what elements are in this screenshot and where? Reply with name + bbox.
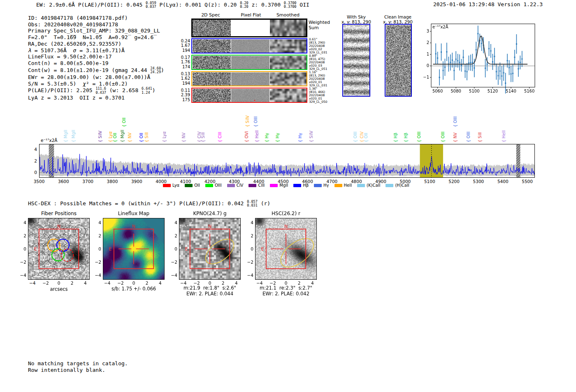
full-spectrum-plot — [39, 144, 535, 178]
panel-image-lineflux — [103, 218, 165, 280]
line-label-SiII: { SiII — [144, 132, 149, 142]
legend-label: MgII — [279, 183, 288, 188]
line-label-Lyα: { Lyα — [108, 131, 113, 142]
legend-item-OII: OII — [185, 183, 200, 188]
legend-swatch — [357, 184, 365, 187]
line-label-Hγ: { Hγ — [265, 133, 269, 142]
line-label-SiIV: { SiIV — [98, 131, 102, 142]
row-fiber-details: 0.61"(813, 290)20220408v020_02329_LL_031 — [309, 38, 328, 54]
y-tick-label: 0 — [169, 246, 177, 251]
info-line-9: Cont(w) = 8.10(±1.20)e-19 (gmag 24.44 24… — [28, 67, 164, 74]
row-smoothed-image — [270, 89, 307, 102]
panel-image-fiber — [28, 218, 90, 280]
y-tick-label: 4 — [18, 220, 26, 225]
x-tick-label: 5200 — [446, 179, 462, 184]
row-fiber-details: 1.16"(813, 290)20220408v020_01329_LL_031 — [309, 71, 328, 87]
legend-item-CIII: CIII — [249, 183, 265, 188]
legend-label: OII — [194, 183, 200, 188]
stacked-uncertainty: 6.6411.24 — [142, 87, 152, 94]
line-label-OIII: { OIII — [466, 132, 471, 142]
legend-label: HeII — [344, 183, 352, 188]
y-tick-label: 4 — [31, 147, 37, 152]
line-label-OII: { OII — [364, 133, 368, 142]
datetime-version: 2025-01-06 13:29:48 Version 1.22.3 — [433, 1, 543, 7]
info-line-5: RA,Dec (202.650269,52.923557) — [28, 41, 164, 47]
legend-item-OIII: OIII — [205, 183, 222, 188]
y-tick-label: 0 — [245, 246, 253, 251]
legend-label: (K)CaII — [367, 183, 380, 188]
legend-item-(H)CaII: (H)CaII — [386, 183, 409, 188]
legend-label: Hβ — [303, 183, 309, 188]
row-smoothed-image — [270, 39, 307, 53]
x-tick-label: 0 — [53, 281, 65, 285]
row-pixelflat-image — [231, 72, 269, 86]
panel-title-fiber: Fiber Positions — [18, 211, 100, 216]
main-spectrum-unit-label: e⁻¹⁷x2Å — [41, 138, 58, 143]
with-sky-title: With Sky x, y: 813, 290 — [336, 15, 377, 24]
line-label-OIII: { OIII — [417, 132, 421, 142]
line-label-OII: { OII — [113, 133, 117, 142]
info-line-10: EWr = 28.00(±19.00) (w: 28.00(±7.00))Å — [28, 74, 164, 81]
row-pixelflat-image — [231, 39, 269, 53]
y-tick-label: −2 — [169, 260, 177, 264]
x-tick-label: 3600 — [55, 179, 72, 184]
weighted-smoothed-image — [270, 20, 306, 36]
line-label-SiII: { SiII — [201, 132, 205, 142]
row-2dspec-image — [193, 72, 231, 86]
legend-swatch — [334, 184, 342, 187]
row-2dspec-image — [193, 89, 231, 102]
line-label-NV: { NV — [128, 132, 132, 142]
stacked-uncertainty: 0.0570.031 — [247, 200, 258, 207]
legend-swatch — [163, 184, 171, 187]
x-tick-label: 0 — [128, 281, 140, 285]
panel-caption1-hsc: m:21.1 re:2.3" s:2.7" — [241, 285, 331, 291]
line-label-OIII: { OIII — [353, 132, 358, 142]
legend-item-Lyα: Lyα — [163, 183, 179, 188]
x-tick-label: 3800 — [104, 179, 121, 184]
info-line-4: F=2.0" T=0.1̅6̅9 N=1.0̅5 A=0.92̅ g=24.6̅ — [28, 34, 164, 41]
col-header-2dspec: 2D Spec — [190, 12, 231, 18]
line-label-Hγ: { Hγ — [298, 133, 302, 142]
stacked-uncertainty: 24.6024.29 — [150, 67, 161, 74]
y-tick-label: −4 — [245, 273, 253, 278]
line-label-Lyα: { Lyα — [162, 131, 167, 142]
line-label-MgII: { MgII — [71, 130, 76, 142]
info-line-7: LineFlux = 9.50(±2.00)e-17 — [28, 53, 164, 60]
legend-swatch — [314, 184, 322, 187]
y-tick-label: 4 — [245, 220, 253, 225]
stacked-uncertainty: 111.60.437 — [95, 87, 106, 94]
legend-item-MgII: MgII — [270, 183, 288, 188]
weighted-2dspec-image — [193, 20, 231, 36]
row-smoothed-image — [270, 56, 307, 69]
x-tick-label: −2 — [39, 281, 52, 285]
line-label-HeII: { HeII — [255, 130, 259, 142]
line-label-SiIV: { SiIV — [245, 116, 250, 127]
summary-header: EW: 2.9±0.6Å P(LAE)/P(OII): 0.045 0.0590… — [36, 1, 309, 9]
x-tick-label: 3500 — [31, 179, 47, 184]
panel-title-hsc: HSC(26.2) r — [245, 211, 327, 216]
line-label-MgII: { MgII — [120, 130, 125, 142]
footer-line-2: Row intentionally blank. — [28, 367, 128, 373]
clean-image-title: Clean Image x, y: 813, 290 — [377, 15, 418, 24]
x-tick-label: 2 — [141, 281, 153, 285]
line-label-NV: { NV — [453, 132, 458, 142]
stacked-uncertainty: 0.200.20 — [240, 1, 248, 9]
row-weight-values: 0.171.76174 — [180, 55, 190, 69]
line-label-HeII: { HeII — [502, 130, 506, 142]
x-tick-label: 5300 — [470, 179, 487, 184]
line-label-OIII: { OIII — [441, 132, 445, 142]
row-2dspec-image — [193, 39, 231, 53]
line-label-OIII: { OIII — [253, 116, 258, 127]
legend-item-Hγ: Hγ — [314, 183, 329, 188]
line-label-Hγ: { Hγ — [275, 133, 280, 142]
legend-swatch — [386, 184, 393, 187]
row-2dspec-image — [193, 56, 231, 69]
y-tick-label: 0 — [18, 246, 26, 251]
y-tick-label: 0 — [93, 246, 101, 251]
y-tick-label: −4 — [169, 273, 177, 278]
row-fiber-details: 0.89"(810, 475)20220408v020_03329_LL_051 — [309, 54, 328, 71]
row-pixelflat-image — [231, 56, 269, 69]
hsc-dex-match-line: HSC-DEX : Possible Matches = 0 (within +… — [28, 200, 270, 207]
col-header-pixelflat: Pixel Flat — [230, 12, 272, 18]
panel-image-kpno — [179, 218, 241, 280]
